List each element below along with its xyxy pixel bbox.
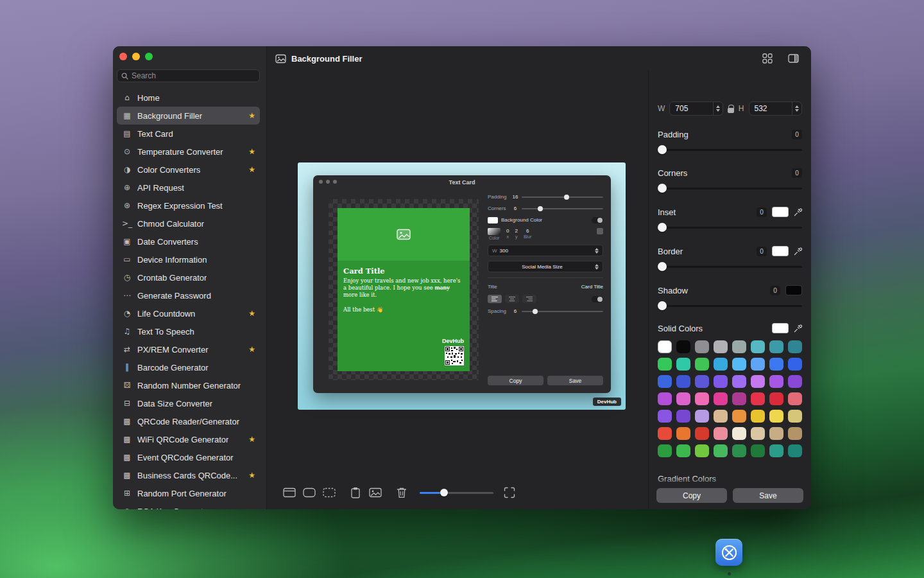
solid-color-swatch[interactable] [695, 375, 709, 388]
solid-color-swatch[interactable] [769, 375, 783, 388]
solid-color-swatch[interactable] [751, 392, 765, 405]
solid-color-swatch[interactable] [714, 410, 728, 423]
sidebar-item-color-converters[interactable]: ◑Color Converters★ [117, 161, 260, 179]
solid-color-swatch[interactable] [732, 392, 746, 405]
solid-color-swatch[interactable] [788, 427, 802, 440]
sidebar-item-chmod-calculator[interactable]: >_Chmod Calculator [117, 215, 260, 232]
solid-color-swatch[interactable] [751, 427, 765, 440]
sidebar-item-barcode-generator[interactable]: ‖Barcode Generator [117, 358, 260, 376]
solid-color-swatch[interactable] [732, 410, 746, 423]
frame-dashed-button[interactable] [322, 486, 336, 499]
close-button[interactable] [119, 53, 127, 60]
padding-slider-knob[interactable] [658, 145, 667, 154]
search-input[interactable] [132, 71, 255, 80]
solid-color-swatch[interactable] [676, 358, 690, 371]
solid-color-swatch[interactable] [788, 392, 802, 405]
solid-color-swatch[interactable] [751, 410, 765, 423]
sidebar-item-rsa-key-generator[interactable]: ⊗RSA Key Generator [117, 502, 260, 509]
solid-color-swatch[interactable] [769, 340, 783, 353]
sidebar-item-regex-expression-test[interactable]: ⊛Regex Expression Test [117, 197, 260, 215]
sidebar-item-wifi-qrcode-generator[interactable]: ▩WiFi QRCode Generator★ [117, 430, 260, 448]
solid-color-swatch[interactable] [658, 427, 672, 440]
solid-color-swatch[interactable] [714, 340, 728, 353]
shadow-slider[interactable] [658, 301, 802, 310]
solid-color-swatch[interactable] [769, 427, 783, 440]
solid-color-swatch[interactable] [695, 410, 709, 423]
search-field[interactable] [117, 69, 260, 82]
trash-button[interactable] [395, 486, 409, 499]
sidebar-item-random-number-generator[interactable]: ⚄Random Number Generator [117, 376, 260, 394]
solid-color-swatch[interactable] [732, 444, 746, 457]
sidebar-item-background-filler[interactable]: ▦Background Filler★ [117, 107, 260, 125]
solid-color-swatch[interactable] [751, 358, 765, 371]
solid-color-swatch[interactable] [676, 444, 690, 457]
solid-color-swatch[interactable] [769, 392, 783, 405]
save-button[interactable]: Save [733, 488, 803, 503]
sidebar-item-qrcode-reader-generator[interactable]: ▩QRCode Reader/Generator [117, 412, 260, 430]
border-slider[interactable] [658, 262, 802, 271]
lock-aspect-icon[interactable] [728, 108, 734, 113]
border-slider-knob[interactable] [658, 262, 667, 271]
solid-color-swatch[interactable] [695, 392, 709, 405]
current-color-swatch[interactable] [772, 323, 789, 333]
solid-color-swatch[interactable] [695, 427, 709, 440]
toggle-inspector-button[interactable] [785, 52, 801, 65]
padding-slider[interactable] [658, 145, 802, 154]
sidebar-item-device-information[interactable]: ▭Device Information [117, 250, 260, 268]
solid-color-swatch[interactable] [676, 375, 690, 388]
eyedropper-icon[interactable] [794, 247, 802, 256]
sidebar-item-text-card[interactable]: ▤Text Card [117, 125, 260, 143]
solid-color-swatch[interactable] [732, 358, 746, 371]
solid-color-swatch[interactable] [658, 392, 672, 405]
solid-color-swatch[interactable] [788, 340, 802, 353]
fit-view-button[interactable] [502, 486, 517, 499]
zoom-slider[interactable] [420, 492, 493, 494]
copy-button[interactable]: Copy [656, 488, 727, 503]
sidebar-item-temperature-converter[interactable]: ⊙Temperature Converter★ [117, 143, 260, 161]
solid-color-swatch[interactable] [658, 410, 672, 423]
inset-slider[interactable] [658, 223, 802, 232]
sidebar-item-random-port-generator[interactable]: ⊞Random Port Generator [117, 484, 260, 502]
solid-color-swatch[interactable] [658, 444, 672, 457]
inset-color-swatch[interactable] [772, 207, 789, 217]
sidebar-item-text-to-speech[interactable]: ♫Text To Speech [117, 322, 260, 340]
solid-color-swatch[interactable] [788, 375, 802, 388]
sidebar-item-api-request[interactable]: ⊕API Request [117, 179, 260, 197]
solid-color-swatch[interactable] [676, 410, 690, 423]
solid-color-swatch[interactable] [695, 358, 709, 371]
zoom-button[interactable] [145, 53, 153, 60]
solid-color-swatch[interactable] [714, 375, 728, 388]
solid-color-swatch[interactable] [769, 444, 783, 457]
solid-color-swatch[interactable] [695, 444, 709, 457]
solid-color-swatch[interactable] [658, 375, 672, 388]
width-stepper[interactable]: 705 [669, 101, 723, 116]
sidebar-item-data-size-converter[interactable]: ⊟Data Size Converter [117, 394, 260, 412]
solid-color-swatch[interactable] [732, 375, 746, 388]
frame-rounded-button[interactable] [302, 486, 316, 499]
zoom-slider-knob[interactable] [440, 489, 448, 496]
inset-slider-knob[interactable] [658, 223, 667, 232]
minimize-button[interactable] [132, 53, 140, 60]
solid-color-swatch[interactable] [714, 444, 728, 457]
shadow-color-swatch[interactable] [785, 285, 802, 295]
sidebar-item-generate-password[interactable]: ⋯Generate Password [117, 286, 260, 304]
solid-color-swatch[interactable] [751, 375, 765, 388]
solid-color-swatch[interactable] [658, 340, 672, 353]
dock-icon-devhub[interactable] [715, 539, 742, 566]
solid-color-swatch[interactable] [751, 340, 765, 353]
solid-color-swatch[interactable] [658, 358, 672, 371]
solid-color-swatch[interactable] [714, 358, 728, 371]
solid-color-swatch[interactable] [676, 340, 690, 353]
sidebar-item-crontab-generator[interactable]: ◷Crontab Generator [117, 268, 260, 286]
solid-color-swatch[interactable] [751, 444, 765, 457]
sidebar-item-event-qrcode-generator[interactable]: ▩Event QRCode Generator [117, 448, 260, 466]
solid-color-swatch[interactable] [676, 427, 690, 440]
border-color-swatch[interactable] [772, 246, 789, 256]
paste-button[interactable] [348, 486, 363, 499]
preview-box[interactable]: Text Card Card Title Enjoy your tr [298, 162, 626, 410]
shadow-slider-knob[interactable] [658, 301, 667, 310]
insert-image-button[interactable] [368, 486, 382, 499]
sidebar-item-px-rem-converter[interactable]: ⇄PX/REM Converter★ [117, 340, 260, 358]
solid-color-swatch[interactable] [714, 427, 728, 440]
solid-color-swatch[interactable] [788, 444, 802, 457]
